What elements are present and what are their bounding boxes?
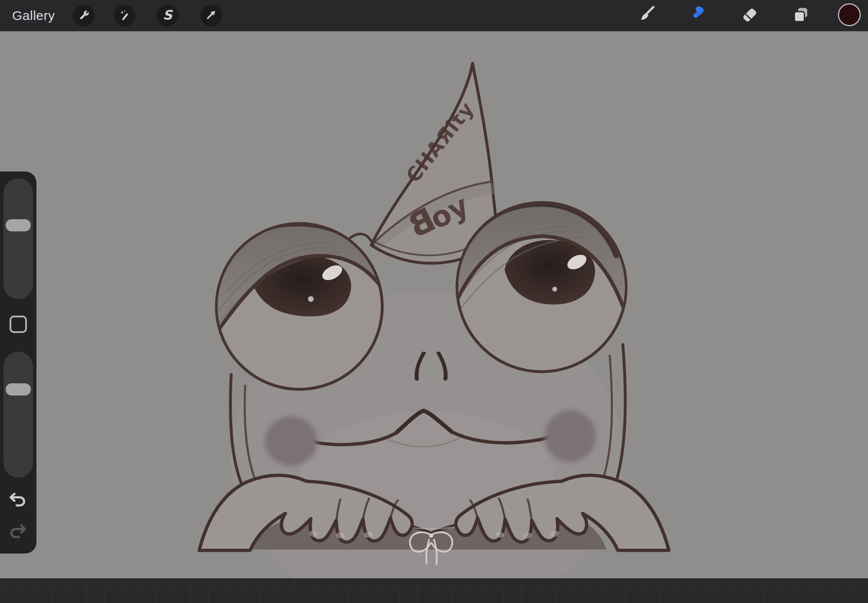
bottom-grid-strip (0, 578, 868, 603)
redo-icon (8, 521, 28, 542)
transform-button[interactable] (201, 5, 222, 26)
frog-artwork: CHAЯity B oy (0, 31, 868, 578)
erase-tool[interactable] (740, 6, 759, 25)
procreate-window: Gallery (0, 0, 868, 603)
redo-button[interactable] (7, 521, 29, 542)
layers-icon (791, 5, 810, 26)
color-swatch (838, 3, 861, 28)
brush-size-slider[interactable] (3, 178, 33, 299)
opacity-thumb[interactable] (6, 383, 31, 395)
eraser-icon (740, 5, 759, 26)
smudge-finger-icon (689, 5, 708, 26)
brush-size-thumb[interactable] (6, 219, 31, 231)
modify-button[interactable] (10, 316, 27, 333)
undo-icon (8, 489, 28, 511)
opacity-slider[interactable] (3, 352, 33, 478)
top-toolbar: Gallery (0, 0, 868, 31)
adjustments-button[interactable] (114, 5, 135, 26)
transform-arrow-icon (205, 9, 218, 22)
wrench-icon (77, 9, 90, 22)
selection-button[interactable]: S (157, 5, 178, 26)
selection-s-icon: S (163, 7, 172, 23)
drawing-canvas[interactable]: CHAЯity B oy (0, 31, 868, 578)
color-panel-button[interactable] (838, 4, 861, 27)
brush-icon (637, 5, 656, 26)
paint-tool[interactable] (637, 6, 656, 25)
smudge-tool[interactable] (689, 6, 708, 25)
layers-panel-button[interactable] (791, 6, 810, 25)
magic-wand-icon (118, 9, 131, 22)
brush-sidebar (0, 171, 36, 554)
undo-button[interactable] (7, 489, 29, 511)
actions-button[interactable] (73, 5, 95, 26)
gallery-button[interactable]: Gallery (12, 0, 55, 31)
